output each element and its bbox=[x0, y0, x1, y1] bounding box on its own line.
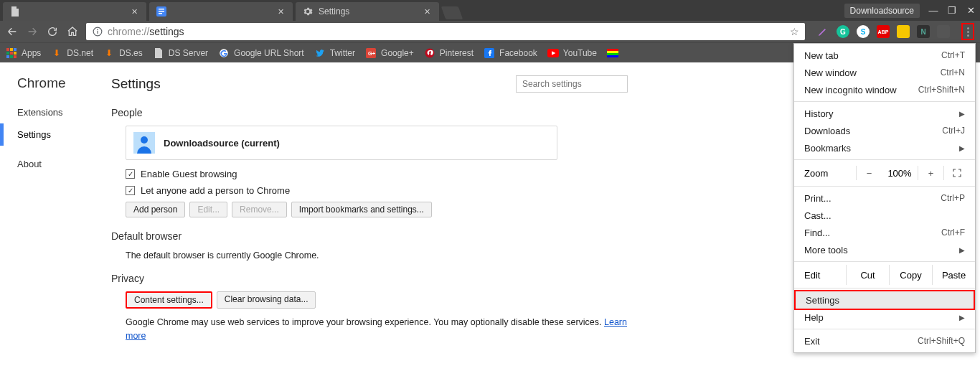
svg-point-27 bbox=[141, 136, 148, 144]
facebook-icon bbox=[484, 47, 495, 59]
chk-add-person[interactable]: Let anyone add a person to Chrome bbox=[126, 185, 628, 196]
svg-rect-12 bbox=[14, 52, 17, 55]
remove-person-button: Remove... bbox=[232, 202, 287, 217]
menu-new-tab[interactable]: New tabCtrl+T bbox=[794, 47, 975, 64]
brand-label: Chrome bbox=[0, 75, 111, 101]
bm-pinterest[interactable]: Pinterest bbox=[424, 47, 473, 59]
apps-icon bbox=[6, 47, 17, 59]
apps-button[interactable]: Apps bbox=[6, 47, 41, 59]
menu-paste[interactable]: Paste bbox=[932, 265, 975, 285]
menu-incognito[interactable]: New incognito windowCtrl+Shift+N bbox=[794, 81, 975, 98]
bm-facebook[interactable]: Facebook bbox=[484, 47, 537, 59]
bm-gplus[interactable]: G+Google+ bbox=[365, 47, 414, 59]
ext-yellow-icon[interactable] bbox=[897, 25, 910, 38]
down-icon: ⬇ bbox=[51, 47, 62, 59]
section-privacy-title: Privacy bbox=[111, 273, 628, 284]
svg-rect-14 bbox=[10, 55, 13, 58]
minimize-icon[interactable]: — bbox=[924, 4, 943, 18]
chevron-right-icon: ▶ bbox=[959, 314, 965, 322]
user-badge[interactable]: Downloadsource bbox=[844, 4, 920, 18]
clear-browsing-data-button[interactable]: Clear browsing data... bbox=[217, 291, 316, 309]
menu-downloads[interactable]: DownloadsCtrl+J bbox=[794, 122, 975, 139]
menu-cut[interactable]: Cut bbox=[846, 265, 889, 285]
zoom-out-button[interactable]: − bbox=[856, 166, 882, 180]
new-tab-button[interactable] bbox=[441, 6, 463, 19]
close-icon[interactable]: ✕ bbox=[424, 7, 430, 17]
ext-skype-icon[interactable]: S bbox=[857, 25, 870, 38]
pinterest-icon bbox=[424, 47, 435, 59]
chk-guest-browsing[interactable]: Enable Guest browsing bbox=[126, 169, 628, 179]
sidebar-item-about[interactable]: About bbox=[0, 153, 111, 175]
menu-new-window[interactable]: New windowCtrl+N bbox=[794, 64, 975, 81]
profile-name: Downloadsource (current) bbox=[164, 138, 280, 149]
doc-icon bbox=[153, 47, 164, 59]
menu-find[interactable]: Find...Ctrl+F bbox=[794, 224, 975, 241]
zoom-in-button[interactable]: + bbox=[918, 166, 943, 180]
svg-point-5 bbox=[97, 29, 98, 30]
menu-cast[interactable]: Cast... bbox=[794, 207, 975, 224]
ext-square-icon[interactable] bbox=[937, 25, 950, 38]
bm-twitter[interactable]: Twitter bbox=[314, 47, 355, 59]
bm-rainbow[interactable] bbox=[607, 47, 618, 59]
import-bookmarks-button[interactable]: Import bookmarks and settings... bbox=[291, 202, 432, 217]
ext-pen-icon[interactable] bbox=[816, 25, 829, 38]
svg-rect-7 bbox=[6, 48, 9, 51]
svg-rect-9 bbox=[14, 48, 17, 51]
close-window-icon[interactable]: ✕ bbox=[961, 4, 980, 18]
gdoc-icon bbox=[156, 6, 166, 17]
menu-history[interactable]: History▶ bbox=[794, 105, 975, 122]
edit-person-button: Edit... bbox=[189, 202, 227, 217]
content-settings-button[interactable]: Content settings... bbox=[126, 291, 212, 309]
menu-bookmarks[interactable]: Bookmarks▶ bbox=[794, 139, 975, 156]
extension-icons: G S ABP N bbox=[812, 25, 954, 38]
add-person-button[interactable]: Add person bbox=[126, 202, 185, 217]
titlebar: ✕ ✕ Settings ✕ Downloadsource — ❐ ✕ bbox=[0, 0, 980, 21]
ext-n-icon[interactable]: N bbox=[917, 25, 930, 38]
bm-gurl[interactable]: Google URL Short bbox=[218, 47, 304, 59]
ext-grammarly-icon[interactable]: G bbox=[837, 25, 849, 38]
menu-help[interactable]: Help▶ bbox=[794, 309, 975, 326]
close-icon[interactable]: ✕ bbox=[278, 7, 284, 17]
twitter-icon bbox=[314, 47, 326, 59]
star-icon[interactable]: ☆ bbox=[790, 26, 799, 37]
menu-button[interactable] bbox=[961, 23, 974, 40]
fullscreen-button[interactable] bbox=[943, 166, 969, 180]
svg-rect-22 bbox=[607, 49, 618, 51]
menu-print[interactable]: Print...Ctrl+P bbox=[794, 189, 975, 207]
bm-dsserver[interactable]: DS Server bbox=[153, 47, 208, 59]
chevron-right-icon: ▶ bbox=[959, 246, 965, 254]
section-default-browser-title: Default browser bbox=[111, 230, 628, 242]
close-icon[interactable]: ✕ bbox=[131, 7, 138, 17]
bm-youtube[interactable]: YouTube bbox=[547, 47, 597, 59]
ext-abp-icon[interactable]: ABP bbox=[877, 25, 890, 38]
apps-label: Apps bbox=[22, 48, 41, 58]
bm-dses[interactable]: ⬇DS.es bbox=[103, 47, 143, 59]
menu-more-tools[interactable]: More tools▶ bbox=[794, 241, 975, 258]
svg-rect-24 bbox=[607, 53, 618, 55]
tab-1[interactable]: ✕ bbox=[149, 2, 293, 21]
info-icon[interactable] bbox=[92, 26, 103, 37]
menu-exit[interactable]: ExitCtrl+Shift+Q bbox=[794, 332, 975, 349]
home-icon[interactable] bbox=[66, 25, 79, 38]
menu-copy[interactable]: Copy bbox=[889, 265, 932, 285]
sidebar-item-settings[interactable]: Settings bbox=[0, 123, 111, 146]
forward-icon bbox=[26, 25, 39, 38]
tab-0[interactable]: ✕ bbox=[3, 2, 146, 21]
svg-rect-13 bbox=[6, 55, 9, 58]
back-icon[interactable] bbox=[6, 25, 19, 38]
menu-settings[interactable]: Settings bbox=[794, 290, 975, 310]
svg-rect-8 bbox=[10, 48, 13, 51]
youtube-icon bbox=[547, 47, 559, 59]
search-input[interactable] bbox=[516, 75, 628, 93]
address-bar[interactable]: chrome://settings ☆ bbox=[86, 23, 805, 40]
reload-icon[interactable] bbox=[46, 25, 59, 38]
profile-row[interactable]: Downloadsource (current) bbox=[126, 126, 557, 160]
checkbox-icon bbox=[126, 186, 135, 195]
bm-dsnet[interactable]: ⬇DS.net bbox=[51, 47, 93, 59]
svg-rect-11 bbox=[10, 52, 13, 55]
gplus-icon: G+ bbox=[365, 47, 377, 59]
svg-rect-25 bbox=[607, 55, 618, 57]
maximize-icon[interactable]: ❐ bbox=[943, 4, 961, 18]
sidebar-item-extensions[interactable]: Extensions bbox=[0, 101, 111, 123]
tab-2[interactable]: Settings ✕ bbox=[296, 2, 439, 21]
